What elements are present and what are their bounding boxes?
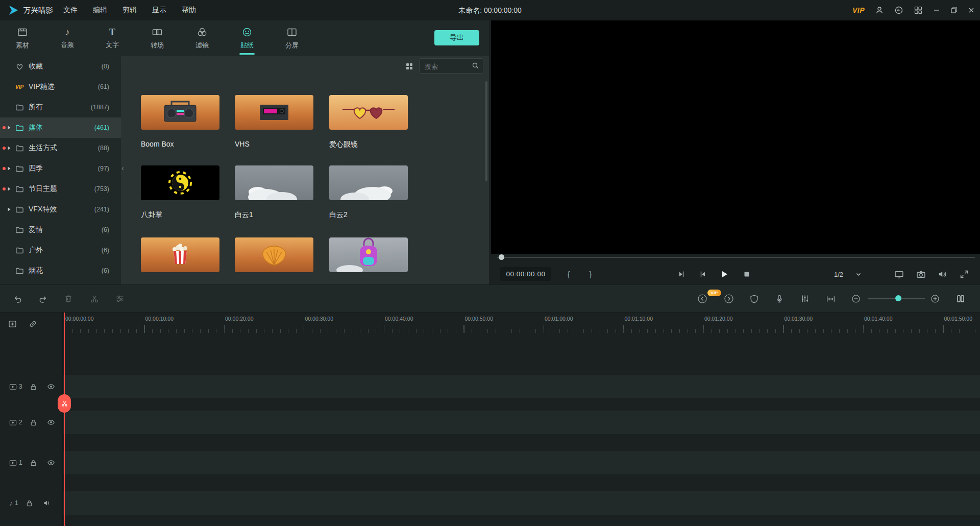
add-media-to-timeline-icon[interactable] [8,319,17,328]
vhs-thumbnail[interactable] [235,95,313,130]
stop-button[interactable] [739,267,754,282]
timeline-lane-audio-1[interactable] [62,491,980,515]
previous-frame-button[interactable] [674,267,689,282]
restore-button[interactable] [950,7,958,14]
record-voiceover-icon[interactable] [772,292,787,306]
collapse-sidebar-handle[interactable]: ‹ [121,163,124,172]
toggle-visibility-icon[interactable] [47,459,55,467]
close-button[interactable] [968,7,975,14]
preview-progress-knob[interactable] [499,254,504,260]
menubar-menu[interactable]: 帮助 [182,6,196,15]
sidebar-item-vfx[interactable]: VFX特效(241) [0,199,121,220]
play-button[interactable] [717,267,732,282]
lock-track-icon[interactable] [30,419,37,426]
zoom-in-icon[interactable] [928,292,942,306]
timeline-lane-video-2[interactable] [62,410,980,435]
timeline[interactable]: 00:00:00:0000:00:10:0000:00:20:0000:00:3… [0,313,980,526]
backpack-thumbnail[interactable] [329,237,408,272]
snapshot-icon[interactable] [913,267,928,282]
grid-view-icon[interactable] [405,62,413,70]
tab-transition[interactable]: 转场 [135,20,180,56]
menubar-menu[interactable]: 文件 [63,6,78,15]
sidebar-item-vip[interactable]: VIPVIP精选(61) [0,77,121,97]
timeline-lane-video-3[interactable] [62,374,980,399]
expand-arrow-icon[interactable] [7,166,11,171]
minimize-button[interactable] [933,7,940,14]
expand-arrow-icon[interactable] [7,146,11,150]
zoom-to-fit-icon[interactable] [823,292,838,306]
expand-arrow-icon[interactable] [7,126,11,130]
sidebar-item-festival[interactable]: 节日主题(753) [0,179,121,199]
toggle-visibility-icon[interactable] [47,382,55,391]
adjust-icon[interactable] [113,292,127,306]
track-head-audio-1: ♪1 [0,491,62,515]
tab-audio[interactable]: ♪音频 [45,20,90,56]
split-icon[interactable] [87,292,102,306]
sidebar-item-favorites[interactable]: 收藏(0) [0,56,121,77]
display-device-icon[interactable] [891,267,906,282]
timeline-lane-video-1[interactable] [62,450,980,475]
shell-thumbnail[interactable] [235,237,313,272]
sidebar-item-media[interactable]: 媒体(461) [0,117,121,138]
menubar-menu[interactable]: 显示 [152,6,166,15]
next-frame-button[interactable] [695,267,710,282]
tab-filter[interactable]: 滤镜 [180,20,225,56]
lock-track-icon[interactable] [26,499,33,507]
cloud1-thumbnail[interactable] [235,165,313,200]
workspace-icon[interactable] [914,6,923,15]
audio-mixer-icon[interactable] [798,292,812,306]
boombox-thumbnail[interactable] [141,95,219,130]
bagua-thumbnail[interactable] [141,165,219,200]
feedback-icon[interactable] [894,6,903,15]
preview-progress-bar[interactable] [497,257,975,258]
volume-icon[interactable] [935,267,950,282]
timeline-ruler[interactable]: 00:00:00:0000:00:10:0000:00:20:0000:00:3… [0,313,980,333]
export-button[interactable]: 导出 [434,30,479,45]
ruler-timestamp: 00:00:40:00 [385,316,413,322]
playhead-split-handle[interactable] [58,394,71,413]
zoom-out-icon[interactable] [849,292,863,306]
fullscreen-icon[interactable] [957,267,972,282]
link-clips-icon[interactable] [28,319,37,328]
sidebar-item-outdoor[interactable]: 户外(6) [0,240,121,260]
sidebar-item-seasons[interactable]: 四季(97) [0,158,121,179]
mute-track-icon[interactable] [43,499,51,507]
shield-icon[interactable] [747,292,761,306]
library-scrollbar[interactable] [485,81,487,181]
timeline-zoom-knob[interactable] [895,295,901,301]
tab-media[interactable]: 素材 [0,20,45,56]
sidebar-item-all[interactable]: 所有(1887) [0,97,121,117]
menubar-menu[interactable]: 编辑 [93,6,107,15]
playhead[interactable] [64,313,65,526]
keyframe-next-icon[interactable] [722,292,736,306]
video-preview[interactable] [491,20,980,254]
quality-dropdown[interactable]: 1/2 [834,267,862,282]
heartglasses-thumbnail[interactable] [329,95,408,130]
redo-icon[interactable] [36,292,50,306]
expand-arrow-icon[interactable] [7,207,11,211]
expand-arrow-icon[interactable] [7,187,11,191]
track-layout-icon[interactable] [953,292,968,306]
tab-split[interactable]: 分屏 [270,20,314,56]
vip-icon[interactable]: VIP [852,6,865,14]
tab-text[interactable]: T文字 [90,20,135,56]
lock-track-icon[interactable] [30,383,37,391]
lock-track-icon[interactable] [30,459,37,467]
tab-sticker[interactable]: 贴纸 [225,20,270,56]
mark-in-button[interactable]: { [564,267,574,281]
cloud2-thumbnail[interactable] [329,165,408,200]
sidebar-item-fireworks[interactable]: 烟花(6) [0,260,121,281]
search-input[interactable] [424,59,468,74]
popcorn-thumbnail[interactable] [141,237,219,272]
sidebar-item-love[interactable]: 爱情(6) [0,220,121,240]
new-content-dot [3,126,6,129]
sticker-grid-area: Boom BoxVHS爱心眼镜八卦掌白云1白云2 ‹ [121,56,489,284]
undo-icon[interactable] [10,292,24,306]
mark-out-button[interactable]: } [585,267,596,281]
delete-icon[interactable] [61,292,76,306]
account-icon[interactable] [875,6,884,15]
menubar-menu[interactable]: 剪辑 [122,6,137,15]
toggle-visibility-icon[interactable] [47,418,55,426]
search-icon[interactable] [472,62,479,69]
sidebar-item-lifestyle[interactable]: 生活方式(88) [0,138,121,158]
